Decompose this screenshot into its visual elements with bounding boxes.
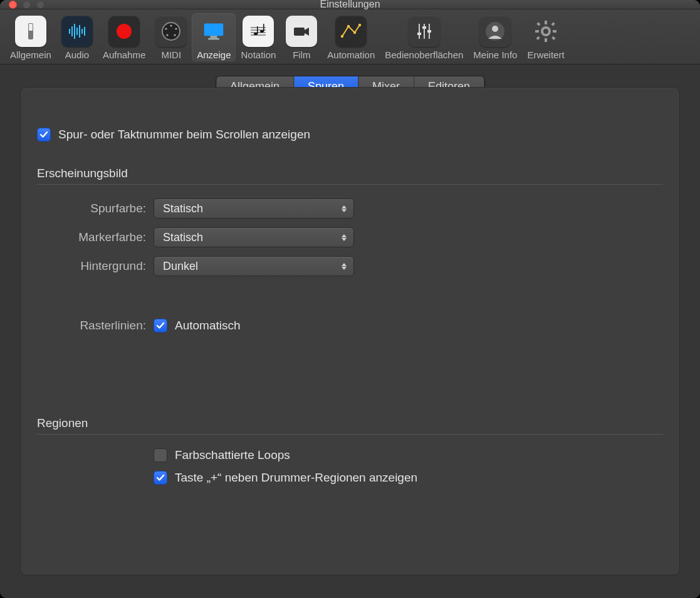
tab-label: Notation [241,49,276,60]
tab-general[interactable]: Allgemein [5,13,56,61]
midi-icon [155,16,187,47]
svg-rect-25 [208,38,219,40]
monitor-icon [198,16,229,47]
automation-icon [335,16,367,47]
svg-point-18 [170,24,172,26]
faders-icon [409,16,440,47]
plus-key-label: Taste „+“ neben Drummer-Regionen anzeige… [175,471,417,485]
window-controls [0,1,44,9]
marker-color-select[interactable]: Statisch [154,227,354,247]
person-icon [479,16,511,47]
svg-point-21 [167,34,169,36]
background-select[interactable]: Dunkel [154,256,354,276]
tab-record[interactable]: Aufnahme [98,13,150,61]
background-value: Dunkel [163,260,198,273]
tab-advanced[interactable]: Erweitert [522,13,569,61]
svg-rect-56 [536,36,540,40]
marker-color-value: Statisch [163,231,203,244]
tab-label: Aufnahme [103,49,145,60]
svg-rect-43 [417,33,421,35]
svg-rect-54 [551,36,555,40]
tab-display[interactable]: Anzeige [192,13,236,61]
tab-label: Bedienoberflächen [385,49,463,60]
gridlines-value: Automatisch [175,319,241,333]
preferences-toolbar: Allgemein Audio Aufnahme MIDI Anzeige [0,9,700,64]
svg-point-37 [347,25,350,28]
tab-label: Meine Info [473,49,517,60]
divider [37,184,663,185]
svg-rect-1 [29,24,33,31]
svg-rect-44 [422,26,426,29]
tab-control-surfaces[interactable]: Bedienoberflächen [380,13,468,61]
window-title: Einstellungen [0,0,700,10]
svg-rect-55 [551,22,555,26]
tab-notation[interactable]: Notation [236,13,281,61]
track-color-value: Statisch [163,202,203,215]
waveform-icon [61,16,93,47]
stepper-icon [340,233,348,242]
svg-point-22 [174,34,176,36]
zoom-window-button[interactable] [36,1,44,9]
plus-key-checkbox[interactable] [154,471,167,485]
tab-label: MIDI [161,49,181,60]
tab-label: Erweitert [527,49,564,60]
background-label: Hintergrund: [37,259,154,273]
gear-icon [530,16,562,47]
track-color-select[interactable]: Statisch [154,198,354,219]
stepper-icon [340,262,348,271]
show-track-number-label: Spur- oder Taktnummer beim Scrollen anze… [58,128,310,142]
svg-marker-35 [305,28,309,36]
divider [37,434,663,435]
svg-point-48 [542,28,550,35]
svg-rect-51 [535,30,539,33]
tab-film[interactable]: Film [281,13,322,61]
marker-color-label: Markerfarbe: [37,230,154,244]
titlebar: Einstellungen [0,0,700,9]
svg-rect-50 [545,38,547,42]
svg-rect-34 [294,28,305,36]
tab-my-info[interactable]: Meine Info [468,13,522,61]
svg-rect-52 [553,30,556,33]
gridlines-label: Rasterlinien: [37,319,154,333]
camera-icon [286,16,317,47]
tab-label: Automation [327,49,375,60]
tab-label: Allgemein [10,49,51,60]
close-window-button[interactable] [9,1,17,9]
tab-midi[interactable]: MIDI [150,13,192,61]
svg-rect-49 [545,21,547,24]
appearance-heading: Erscheinungsbild [37,167,663,180]
svg-point-38 [353,31,356,34]
tab-label: Audio [65,49,89,60]
gridlines-checkbox[interactable] [154,319,167,333]
svg-point-47 [492,26,498,32]
svg-point-39 [358,24,361,26]
shaded-loops-checkbox[interactable] [154,448,167,462]
track-color-label: Spurfarbe: [37,202,154,215]
svg-rect-33 [263,24,264,31]
notation-icon [243,16,274,47]
stepper-icon [340,204,348,214]
svg-rect-24 [211,36,217,38]
minimize-window-button[interactable] [23,1,31,9]
svg-rect-53 [536,22,540,26]
regions-heading: Regionen [37,416,663,430]
tab-label: Film [293,49,310,60]
svg-rect-23 [204,23,224,36]
settings-panel: Spur- oder Taktnummer beim Scrollen anze… [20,87,680,575]
record-icon [108,16,140,47]
svg-point-16 [117,24,132,39]
tab-automation[interactable]: Automation [322,13,380,61]
svg-point-36 [341,35,343,38]
svg-point-19 [165,28,167,29]
svg-rect-45 [427,30,431,33]
tab-label: Anzeige [197,49,231,60]
svg-point-20 [175,28,177,29]
svg-rect-31 [257,26,258,34]
preferences-window: Einstellungen Allgemein Audio Aufnahme [0,0,700,598]
show-track-number-checkbox[interactable] [37,128,51,142]
switch-icon [15,16,46,47]
tab-audio[interactable]: Audio [56,13,98,61]
shaded-loops-label: Farbschattierte Loops [175,448,290,462]
content: Allgemein Spuren Mixer Editoren Spur- od… [0,64,700,598]
